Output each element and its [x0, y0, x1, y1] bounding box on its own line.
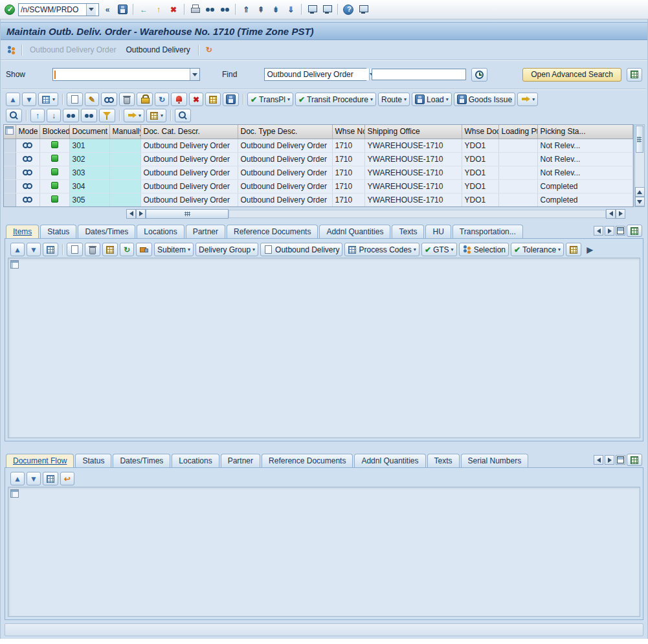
enter-button[interactable]	[3, 3, 16, 16]
refresh-icon[interactable]: ↻	[203, 43, 216, 57]
command-dropdown-icon[interactable]	[86, 4, 96, 16]
items-tab-reference-documents[interactable]: Reference Documents	[227, 225, 318, 238]
items-pack-button[interactable]	[136, 243, 152, 256]
grid-scroll-down-button[interactable]: ▼	[22, 93, 36, 106]
process-codes-button[interactable]: Process Codes ▾	[344, 243, 419, 256]
column-header[interactable]: Manually	[109, 125, 140, 139]
items-hierarchy-button[interactable]	[566, 243, 581, 256]
export-button[interactable]: ▾	[124, 109, 144, 122]
create-document-button[interactable]	[67, 93, 83, 106]
items-tab-addnl-quantities[interactable]: Addnl Quantities	[319, 225, 390, 238]
vertical-scrollbar-track[interactable]	[635, 153, 644, 187]
column-header[interactable]: Blocked	[39, 125, 69, 139]
items-tab-expand-button[interactable]	[616, 226, 625, 236]
items-tab-hu[interactable]: HU	[425, 225, 451, 238]
open-advanced-search-button[interactable]: Open Advanced Search	[522, 68, 621, 82]
docflow-tab-dates-times[interactable]: Dates/Times	[113, 454, 170, 467]
docflow-grid-settings-button[interactable]	[627, 454, 642, 466]
table-row[interactable]: 302 Outbound Delivery Order Outbound Del…	[4, 152, 632, 166]
back-button[interactable]: ←	[137, 3, 150, 16]
sort-ascending-button[interactable]: ↑	[30, 109, 45, 122]
grid-scroll-up-button[interactable]: ▲	[6, 93, 20, 106]
last-page-button[interactable]: ⇓	[284, 3, 297, 16]
find-value-input[interactable]	[372, 69, 466, 80]
column-header[interactable]: Loading Pt	[498, 125, 537, 139]
new-session-button[interactable]	[306, 3, 318, 16]
menu-outbound-delivery-order[interactable]: Outbound Delivery Order	[26, 43, 120, 57]
docflow-tab-scroll-left-button[interactable]	[594, 455, 603, 465]
find-button[interactable]	[203, 3, 216, 16]
find-next-in-grid-button[interactable]	[81, 109, 97, 122]
docflow-tab-reference-documents[interactable]: Reference Documents	[262, 454, 353, 467]
delivery-group-button[interactable]: Delivery Group ▾	[196, 243, 258, 256]
column-header[interactable]: Mode	[16, 125, 39, 139]
transit-procedure-button[interactable]: ✔ Transit Procedure ▾	[295, 93, 376, 106]
row-selector[interactable]	[4, 193, 16, 206]
column-header[interactable]: Doc. Cat. Descr.	[140, 125, 238, 139]
row-selector[interactable]	[4, 166, 16, 179]
items-tab-locations[interactable]: Locations	[137, 225, 184, 238]
set-filter-button[interactable]	[99, 109, 115, 122]
horizontal-scrollbar-track[interactable]	[229, 210, 606, 218]
column-header[interactable]: Document	[69, 125, 109, 139]
object-services-icon[interactable]	[5, 43, 17, 57]
print-preview-button[interactable]	[175, 109, 191, 122]
previous-page-button[interactable]: ⇞	[254, 3, 267, 16]
selection-button[interactable]: Selection	[459, 243, 509, 256]
docflow-tab-locations[interactable]: Locations	[172, 454, 219, 467]
find-next-button[interactable]	[218, 3, 231, 16]
outbound-delivery-button[interactable]: Outbound Delivery	[260, 243, 342, 256]
subitem-button[interactable]: Subitem ▾	[154, 243, 194, 256]
layout-views-button[interactable]: ▾	[38, 93, 58, 106]
show-combo-input[interactable]	[56, 69, 190, 80]
display-document-button[interactable]	[101, 93, 117, 106]
cancel-button[interactable]: ✖	[167, 3, 180, 16]
create-shortcut-button[interactable]	[320, 3, 333, 16]
details-button[interactable]	[6, 109, 22, 122]
items-grid-settings-button[interactable]	[627, 225, 642, 237]
table-row[interactable]: 301 Outbound Delivery Order Outbound Del…	[4, 139, 632, 152]
reject-button[interactable]: ✖	[189, 93, 203, 106]
goods-issue-button[interactable]: Goods Issue	[454, 93, 515, 106]
select-all-header[interactable]	[4, 125, 16, 139]
items-tab-status[interactable]: Status	[40, 225, 76, 238]
row-selector[interactable]	[4, 152, 16, 166]
calculate-button[interactable]	[205, 93, 221, 106]
start-search-button[interactable]	[471, 68, 487, 82]
docflow-tab-status[interactable]: Status	[75, 454, 111, 467]
docflow-undo-button[interactable]: ↩	[60, 472, 74, 485]
table-row[interactable]: 303 Outbound Delivery Order Outbound Del…	[4, 166, 632, 179]
column-header[interactable]: Whse No.	[332, 125, 364, 139]
docflow-scroll-up-button[interactable]: ▲	[10, 472, 25, 485]
docflow-scroll-down-button[interactable]: ▼	[27, 472, 41, 485]
items-tab-dates-times[interactable]: Dates/Times	[78, 225, 135, 238]
table-row[interactable]: 304 Outbound Delivery Order Outbound Del…	[4, 179, 632, 193]
items-scroll-down-button[interactable]: ▼	[27, 243, 41, 256]
table-row[interactable]: 305 Outbound Delivery Order Outbound Del…	[4, 193, 632, 206]
items-tab-transportation[interactable]: Transportation...	[452, 225, 523, 238]
scroll-right-end-button[interactable]	[616, 209, 625, 219]
find-type-combo[interactable]	[264, 68, 366, 81]
column-header[interactable]: Shipping Office	[364, 125, 462, 139]
follow-on-functions-button[interactable]: ▾	[517, 93, 538, 106]
show-combo-dropdown-icon[interactable]	[190, 69, 199, 80]
items-delete-button[interactable]	[85, 243, 100, 256]
docflow-tab-expand-button[interactable]	[616, 455, 625, 465]
items-dates-button[interactable]	[102, 243, 118, 256]
items-tab-scroll-right-button[interactable]	[605, 226, 614, 236]
items-refresh-button[interactable]: ↻	[120, 243, 134, 256]
items-tab-items[interactable]: Items	[6, 225, 39, 238]
docflow-tab-partner[interactable]: Partner	[221, 454, 260, 467]
items-tab-scroll-left-button[interactable]	[594, 226, 603, 236]
docflow-tab-document-flow[interactable]: Document Flow	[6, 454, 74, 467]
next-page-button[interactable]: ⇟	[269, 3, 282, 16]
items-tab-texts[interactable]: Texts	[392, 225, 424, 238]
show-combo[interactable]	[52, 68, 200, 81]
collapse-toolbar-icon[interactable]: «	[101, 3, 114, 16]
save-document-button[interactable]	[223, 93, 239, 106]
grid-horizontal-scrollbar[interactable]	[126, 208, 625, 219]
items-create-button[interactable]	[67, 243, 83, 256]
search-settings-button[interactable]	[627, 68, 642, 82]
docflow-tab-scroll-right-button[interactable]	[605, 455, 614, 465]
transpl-button[interactable]: ✔ TransPl ▾	[247, 93, 293, 106]
